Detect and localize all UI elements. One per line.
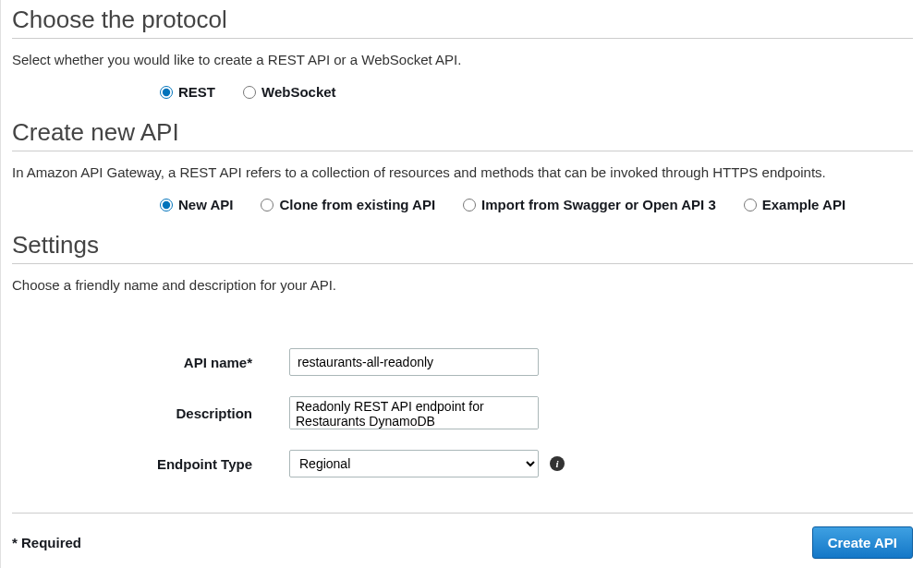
required-note: * Required <box>12 535 81 550</box>
settings-description: Choose a friendly name and description f… <box>12 277 913 293</box>
settings-heading: Settings <box>12 231 913 264</box>
protocol-radio-websocket-input[interactable] <box>243 86 256 99</box>
api-name-row: API name* <box>12 348 913 376</box>
create-radio-clone-input[interactable] <box>261 199 274 211</box>
protocol-radio-websocket-label: WebSocket <box>261 84 336 100</box>
protocol-radio-rest-label: REST <box>178 84 215 100</box>
description-textarea[interactable]: Readonly REST API endpoint for Restauran… <box>289 396 539 429</box>
create-description: In Amazon API Gateway, a REST API refers… <box>12 164 913 180</box>
endpoint-type-row: Endpoint Type Regional i <box>12 450 913 477</box>
endpoint-type-label: Endpoint Type <box>12 456 289 472</box>
create-radio-new-label: New API <box>178 197 233 212</box>
create-radio-new[interactable]: New API <box>160 197 233 212</box>
create-radio-new-input[interactable] <box>160 199 173 211</box>
create-radio-clone-label: Clone from existing API <box>279 197 435 212</box>
create-radio-example-input[interactable] <box>744 199 757 211</box>
protocol-heading: Choose the protocol <box>12 6 913 39</box>
create-radio-import-label: Import from Swagger or Open API 3 <box>481 197 716 212</box>
create-api-button[interactable]: Create API <box>812 526 913 559</box>
info-icon[interactable]: i <box>550 456 565 471</box>
footer: * Required Create API <box>12 513 913 559</box>
create-radio-import[interactable]: Import from Swagger or Open API 3 <box>463 197 716 212</box>
api-name-label: API name* <box>12 355 289 370</box>
protocol-description: Select whether you would like to create … <box>12 52 913 67</box>
protocol-radio-rest-input[interactable] <box>160 86 173 99</box>
protocol-radio-group: REST WebSocket <box>12 84 913 100</box>
protocol-radio-rest[interactable]: REST <box>160 84 215 100</box>
api-name-input[interactable] <box>289 348 539 376</box>
create-radio-group: New API Clone from existing API Import f… <box>12 197 913 212</box>
description-label: Description <box>12 405 289 421</box>
protocol-radio-websocket[interactable]: WebSocket <box>243 84 336 100</box>
create-radio-example[interactable]: Example API <box>744 197 845 212</box>
endpoint-type-select[interactable]: Regional <box>289 450 539 477</box>
create-radio-import-input[interactable] <box>463 199 476 211</box>
description-row: Description Readonly REST API endpoint f… <box>12 396 913 429</box>
create-heading: Create new API <box>12 118 913 151</box>
create-radio-example-label: Example API <box>762 197 845 212</box>
create-radio-clone[interactable]: Clone from existing API <box>261 197 435 212</box>
